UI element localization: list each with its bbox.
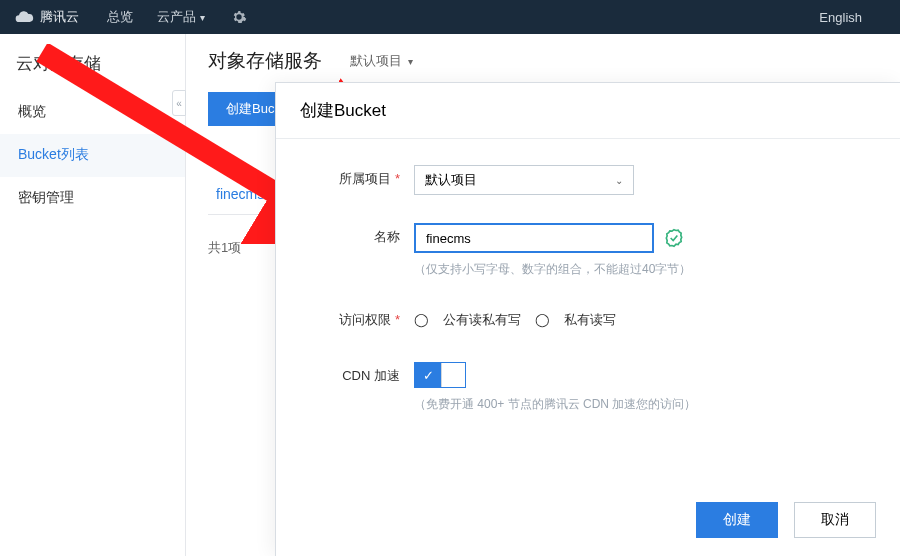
confirm-button[interactable]: 创建: [696, 502, 778, 538]
label-access: 访问权限: [339, 312, 391, 327]
label-cdn: CDN 加速: [342, 368, 400, 383]
radio-icon: ◯: [414, 306, 429, 334]
top-bar: 腾讯云 总览 云产品 ▾ English: [0, 0, 900, 34]
chevron-down-icon: ▾: [200, 12, 205, 23]
project-select[interactable]: 默认项目 ⌄: [414, 165, 634, 195]
nav-products[interactable]: 云产品 ▾: [157, 8, 205, 26]
chevron-down-icon: ⌄: [615, 175, 623, 186]
sidebar-item-overview[interactable]: 概览: [0, 91, 185, 134]
name-hint: （仅支持小写字母、数字的组合，不能超过40字节）: [414, 261, 872, 278]
bucket-name-input[interactable]: [414, 223, 654, 253]
bucket-link[interactable]: finecms: [208, 186, 272, 215]
chevron-down-icon: ▾: [408, 56, 413, 67]
nav-overview[interactable]: 总览: [107, 8, 133, 26]
check-icon: ✓: [415, 363, 441, 387]
required-mark: *: [395, 312, 400, 327]
sidebar-title: 云对象存储: [0, 34, 185, 91]
nav-language[interactable]: English: [819, 10, 862, 25]
access-radio-group[interactable]: ◯公有读私有写 ◯私有读写: [414, 306, 872, 334]
label-project: 所属项目: [339, 171, 391, 186]
cloud-icon: [14, 7, 34, 27]
radio-icon: ◯: [535, 306, 550, 334]
cdn-toggle[interactable]: ✓: [414, 362, 466, 388]
sidebar: 云对象存储 « 概览 Bucket列表 密钥管理: [0, 34, 186, 556]
sidebar-item-bucket-list[interactable]: Bucket列表: [0, 134, 185, 177]
label-name: 名称: [374, 229, 400, 244]
valid-check-icon: [664, 228, 684, 248]
toggle-knob: [441, 363, 465, 387]
sidebar-collapse-button[interactable]: «: [172, 90, 186, 116]
project-selector[interactable]: 默认项目 ▾: [350, 52, 413, 70]
sidebar-item-keys[interactable]: 密钥管理: [0, 177, 185, 220]
create-bucket-modal: 创建Bucket 所属项目* 默认项目 ⌄ 名称 （仅支持小写字母、数字的组合，…: [275, 82, 900, 556]
page-title: 对象存储服务: [208, 48, 322, 74]
cdn-hint: （免费开通 400+ 节点的腾讯云 CDN 加速您的访问）: [414, 396, 872, 413]
modal-title: 创建Bucket: [276, 83, 900, 139]
brand-logo[interactable]: 腾讯云: [14, 7, 79, 27]
cancel-button[interactable]: 取消: [794, 502, 876, 538]
required-mark: *: [395, 171, 400, 186]
settings-icon[interactable]: [231, 9, 247, 25]
brand-text: 腾讯云: [40, 8, 79, 26]
